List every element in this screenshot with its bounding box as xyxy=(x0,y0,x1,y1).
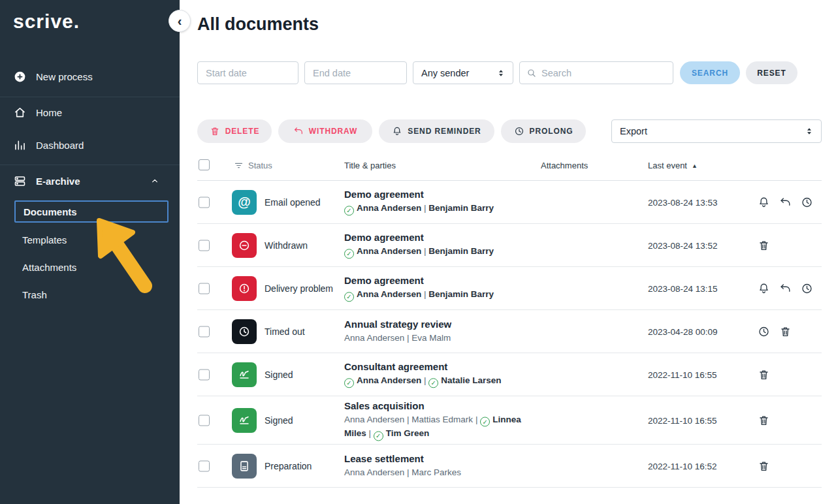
sender-select[interactable]: Any sender xyxy=(413,61,513,84)
search-input[interactable] xyxy=(541,68,666,78)
sidebar-item-attachments[interactable]: Attachments xyxy=(0,255,180,279)
party-separator: | xyxy=(404,414,411,424)
party-name: Marc Parkes xyxy=(411,467,461,477)
status-label: Preparation xyxy=(265,460,338,472)
undo-icon[interactable] xyxy=(779,282,792,294)
clock-icon[interactable] xyxy=(758,325,770,338)
trash-icon[interactable] xyxy=(758,239,770,251)
document-title[interactable]: Demo agreement xyxy=(344,189,540,200)
party-name: Anna Andersen xyxy=(357,203,421,213)
table-row: SignedSales acquisitionAnna Andersen | M… xyxy=(197,396,822,445)
signed-check-icon: ✓ xyxy=(344,249,354,259)
sidebar-item-new-process[interactable]: New process xyxy=(0,62,180,91)
bell-icon[interactable] xyxy=(758,282,770,294)
sidebar-item-trash[interactable]: Trash xyxy=(0,282,180,307)
document-title[interactable]: Demo agreement xyxy=(344,275,540,286)
filter-icon xyxy=(234,161,244,170)
party-name: Anna Andersen xyxy=(357,375,421,385)
send-reminder-button-label: SEND REMINDER xyxy=(408,127,481,136)
sort-ascending-icon: ▲ xyxy=(692,163,698,169)
trash-icon xyxy=(210,126,220,136)
title-parties-cell: Demo agreement✓Anna Andersen | Benjamin … xyxy=(344,275,540,302)
sidebar-item-label: New process xyxy=(36,71,93,82)
table-row: @Email openedDemo agreement✓Anna Anderse… xyxy=(197,181,822,224)
party-separator: | xyxy=(473,414,480,424)
undo-icon[interactable] xyxy=(779,196,792,208)
column-attachments[interactable]: Attachments xyxy=(541,161,588,170)
select-arrows-icon xyxy=(804,126,814,136)
row-actions xyxy=(758,460,770,472)
end-date-input[interactable] xyxy=(304,61,407,84)
clock-icon[interactable] xyxy=(801,196,813,208)
row-checkbox[interactable] xyxy=(199,369,210,380)
table-row: Delivery problemDemo agreement✓Anna Ande… xyxy=(197,267,822,310)
reset-button[interactable]: RESET xyxy=(746,61,797,84)
signed-check-icon: ✓ xyxy=(480,417,490,427)
sidebar-item-dashboard[interactable]: Dashboard xyxy=(0,131,180,159)
trash-icon[interactable] xyxy=(779,325,792,338)
clock-icon[interactable] xyxy=(801,282,813,294)
document-title[interactable]: Lease settlement xyxy=(344,453,540,464)
party-name: Eva Malm xyxy=(411,333,451,343)
row-actions xyxy=(758,196,813,208)
row-actions xyxy=(758,239,770,251)
row-checkbox[interactable] xyxy=(199,415,210,426)
sidebar-item-e-archive[interactable]: E-archive xyxy=(0,166,180,195)
start-date-input[interactable] xyxy=(197,61,298,84)
chevron-up-icon xyxy=(150,176,160,186)
row-checkbox[interactable] xyxy=(199,197,210,208)
column-status[interactable]: Status xyxy=(234,161,272,170)
sidebar-item-templates[interactable]: Templates xyxy=(0,227,180,252)
column-label: Last event xyxy=(648,161,687,170)
title-parties-cell: Demo agreement✓Anna Andersen | Benjamin … xyxy=(344,189,540,216)
sidebar-divider xyxy=(0,97,180,97)
delivery-problem-status-icon xyxy=(232,276,257,301)
column-title-parties[interactable]: Title & parties xyxy=(344,161,396,170)
document-title[interactable]: Demo agreement xyxy=(344,232,540,243)
delete-button[interactable]: DELETE xyxy=(197,119,272,143)
prolong-button[interactable]: PROLONG xyxy=(501,119,586,143)
row-actions xyxy=(758,368,770,381)
at-glyph: @ xyxy=(238,195,251,210)
status-label: Timed out xyxy=(265,325,338,338)
party-separator: | xyxy=(366,428,374,438)
sidebar-item-label: Attachments xyxy=(22,262,76,273)
signed-check-icon: ✓ xyxy=(344,378,354,388)
row-checkbox[interactable] xyxy=(199,240,210,251)
row-checkbox[interactable] xyxy=(199,326,210,337)
sidebar-item-label: Trash xyxy=(22,289,47,300)
undo-icon xyxy=(293,126,304,136)
document-title[interactable]: Sales acquisition xyxy=(344,400,540,411)
select-all-checkbox[interactable] xyxy=(199,159,210,170)
sidebar-item-label: Documents xyxy=(24,206,77,217)
signature-icon xyxy=(237,368,251,382)
clock-icon xyxy=(514,126,524,136)
chevron-left-icon: ‹ xyxy=(178,14,182,29)
trash-icon[interactable] xyxy=(758,414,770,426)
party-name: Anna Andersen xyxy=(357,246,421,256)
export-select[interactable]: Export xyxy=(611,119,822,143)
document-title[interactable]: Consultant agreement xyxy=(344,361,540,372)
column-last-event[interactable]: Last event ▲ xyxy=(648,161,698,170)
party-separator: | xyxy=(404,467,411,477)
sidebar-item-label: E-archive xyxy=(36,176,80,187)
sidebar: scrive. New process Home Dashboard xyxy=(0,0,180,504)
party-separator: | xyxy=(421,289,428,299)
send-reminder-button[interactable]: SEND REMINDER xyxy=(379,119,494,143)
document-title[interactable]: Annual strategy review xyxy=(344,319,540,330)
title-parties-cell: Sales acquisitionAnna Andersen | Mattias… xyxy=(344,400,540,441)
trash-icon[interactable] xyxy=(758,460,770,472)
preparation-status-icon xyxy=(232,454,257,479)
sidebar-item-home[interactable]: Home xyxy=(0,98,180,127)
sender-select-value: Any sender xyxy=(421,68,469,78)
row-checkbox[interactable] xyxy=(199,460,210,471)
trash-icon[interactable] xyxy=(758,368,770,381)
last-event-date: 2022-11-10 16:55 xyxy=(648,370,717,379)
sidebar-item-documents[interactable]: Documents xyxy=(14,200,169,223)
search-button[interactable]: SEARCH xyxy=(680,61,740,84)
withdraw-button[interactable]: WITHDRAW xyxy=(278,119,372,143)
clock-icon xyxy=(237,324,251,339)
bell-icon[interactable] xyxy=(758,196,770,208)
row-checkbox[interactable] xyxy=(199,283,210,294)
back-button[interactable]: ‹ xyxy=(169,10,191,32)
